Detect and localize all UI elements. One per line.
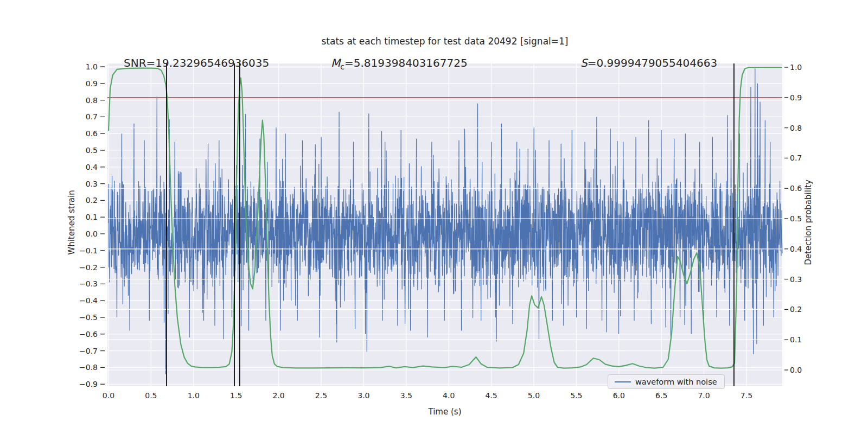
right-tick-label: 0.0 [790, 366, 824, 374]
left-tick-label: 0.4 [64, 163, 98, 171]
left-tick-label: −0.2 [64, 263, 98, 272]
left-tick-label: 0.6 [64, 129, 98, 138]
x-tick-label: 1.5 [222, 391, 250, 400]
x-tick-label: 4.0 [435, 391, 462, 400]
significance-value: =0.9999479055404663 [588, 56, 717, 69]
x-tick-label: 6.5 [648, 391, 675, 400]
left-tick-label: 1.0 [64, 62, 98, 71]
left-tick-label: 0.9 [64, 79, 98, 88]
right-tick-label: 1.0 [790, 63, 824, 72]
x-tick-label: 0.5 [137, 391, 164, 400]
x-tick-label: 7.0 [691, 391, 718, 400]
left-tick-label: −0.4 [64, 296, 98, 305]
left-tick-label: 0.3 [64, 180, 98, 188]
left-tick-label: 0.8 [64, 96, 98, 105]
x-tick-label: 0.0 [95, 391, 122, 400]
left-tick-label: 0.5 [64, 146, 98, 155]
left-tick-label: −0.6 [64, 330, 98, 339]
right-tick-label: 0.8 [790, 124, 824, 132]
x-tick-label: 5.5 [563, 391, 590, 400]
legend-line-sample-icon [615, 381, 631, 382]
right-tick-label: 0.2 [790, 305, 824, 314]
x-tick-label: 3.5 [393, 391, 420, 400]
left-tick-label: −0.8 [64, 363, 98, 372]
right-tick-label: 0.7 [790, 154, 824, 162]
left-tick-label: 0.0 [64, 229, 98, 238]
chirp-mass-symbol: M [331, 56, 340, 69]
x-tick-label: 3.0 [350, 391, 377, 400]
x-tick-label: 2.5 [308, 391, 335, 400]
legend: waveform with noise [608, 374, 725, 389]
left-tick-label: −0.7 [64, 347, 98, 355]
legend-label: waveform with noise [635, 378, 717, 386]
left-tick-label: −0.5 [64, 313, 98, 322]
x-tick-label: 6.0 [605, 391, 633, 400]
left-tick-label: −0.9 [64, 380, 98, 388]
x-tick-label: 7.5 [733, 391, 760, 400]
right-tick-label: 0.5 [790, 214, 824, 223]
right-tick-label: 0.1 [790, 335, 824, 344]
left-tick-label: 0.1 [64, 213, 98, 221]
chirp-mass-value: =5.819398403167725 [344, 56, 468, 69]
x-tick-label: 5.0 [520, 391, 547, 400]
x-tick-label: 1.0 [180, 391, 207, 400]
right-tick-label: 0.3 [790, 275, 824, 284]
significance-symbol: S [580, 56, 588, 69]
chart-title: stats at each timestep for test data 204… [107, 36, 782, 47]
x-axis-label: Time (s) [107, 407, 782, 417]
right-tick-label: 0.4 [790, 245, 824, 253]
left-tick-label: 0.2 [64, 196, 98, 205]
annotation-significance: S=0.9999479055404663 [580, 56, 717, 69]
right-tick-label: 0.6 [790, 184, 824, 193]
chirp-mass-subscript: c [340, 62, 344, 71]
annotation-snr: SNR=19.23296546936035 [124, 56, 269, 69]
left-tick-label: −0.3 [64, 279, 98, 288]
x-tick-label: 4.5 [478, 391, 505, 400]
figure: stats at each timestep for test data 204… [0, 0, 868, 434]
right-tick-label: 0.9 [790, 93, 824, 102]
x-tick-label: 2.0 [265, 391, 292, 400]
annotation-chirp-mass: Mc=5.819398403167725 [331, 56, 468, 71]
left-tick-label: −0.1 [64, 246, 98, 255]
left-tick-label: 0.7 [64, 112, 98, 121]
